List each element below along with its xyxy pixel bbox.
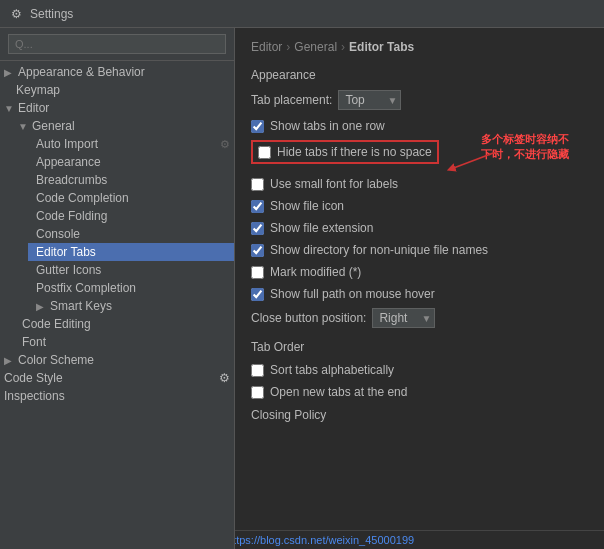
hide-tabs-text: Hide tabs if there is no space — [277, 145, 432, 159]
sidebar-item-appearance[interactable]: Appearance — [28, 153, 234, 171]
show-tabs-one-row-label[interactable]: Show tabs in one row — [251, 119, 385, 133]
sidebar-tree: ▶ Appearance & Behavior Keymap ▼ Editor … — [0, 61, 234, 407]
sidebar-label: Font — [22, 335, 46, 349]
sidebar-label: Inspections — [4, 389, 65, 403]
open-new-at-end-label[interactable]: Open new tabs at the end — [251, 385, 407, 399]
content-area: Editor › General › Editor Tabs Appearanc… — [235, 28, 604, 549]
sidebar-item-code-editing[interactable]: Code Editing — [14, 315, 234, 333]
breadcrumb-sep-1: › — [286, 40, 290, 54]
show-file-icon-text: Show file icon — [270, 199, 344, 213]
tab-order-section: Tab Order Sort tabs alphabetically Open … — [251, 340, 588, 400]
sidebar-item-inspections[interactable]: Inspections — [0, 387, 234, 405]
show-file-ext-label[interactable]: Show file extension — [251, 221, 373, 235]
show-full-path-text: Show full path on mouse hover — [270, 287, 435, 301]
mark-modified-row: Mark modified (*) — [251, 264, 588, 280]
sidebar-item-font[interactable]: Font — [14, 333, 234, 351]
sort-alphabetically-label[interactable]: Sort tabs alphabetically — [251, 363, 394, 377]
show-directory-row: Show directory for non-unique file names — [251, 242, 588, 258]
sidebar-item-keymap[interactable]: Keymap — [0, 81, 234, 99]
sidebar-label: Code Style — [4, 371, 63, 385]
sidebar-item-code-style[interactable]: Code Style ⚙ — [0, 369, 234, 387]
sort-alphabetically-checkbox[interactable] — [251, 364, 264, 377]
show-file-ext-text: Show file extension — [270, 221, 373, 235]
sidebar-label: Appearance — [36, 155, 101, 169]
arrow-icon: ▶ — [4, 67, 16, 78]
sidebar-item-appearance-behavior[interactable]: ▶ Appearance & Behavior — [0, 63, 234, 81]
search-box — [0, 28, 234, 61]
close-button-dropdown-wrapper: Right Left Hidden ▼ — [372, 308, 435, 328]
sidebar-label: Postfix Completion — [36, 281, 136, 295]
hide-tabs-checkbox[interactable] — [258, 146, 271, 159]
svg-line-0 — [451, 152, 496, 169]
url-bar: https://blog.csdn.net/weixin_45000199 — [235, 530, 604, 549]
sort-alphabetically-row: Sort tabs alphabetically — [251, 362, 588, 378]
show-directory-text: Show directory for non-unique file names — [270, 243, 488, 257]
show-directory-label[interactable]: Show directory for non-unique file names — [251, 243, 488, 257]
title-bar: ⚙ Settings — [0, 0, 604, 28]
show-tabs-one-row-checkbox[interactable] — [251, 120, 264, 133]
show-file-ext-row: Show file extension — [251, 220, 588, 236]
sidebar-label: Appearance & Behavior — [18, 65, 145, 79]
breadcrumb-general: General — [294, 40, 337, 54]
show-file-icon-checkbox[interactable] — [251, 200, 264, 213]
sidebar-item-smart-keys[interactable]: ▶ Smart Keys — [28, 297, 234, 315]
arrow-icon: ▶ — [36, 301, 48, 312]
gear-icon: ⚙ — [219, 371, 230, 385]
sidebar-item-postfix-completion[interactable]: Postfix Completion — [28, 279, 234, 297]
show-full-path-row: Show full path on mouse hover — [251, 286, 588, 302]
sidebar-label: Smart Keys — [50, 299, 112, 313]
show-directory-checkbox[interactable] — [251, 244, 264, 257]
sidebar-item-auto-import[interactable]: Auto Import ⚙ — [28, 135, 234, 153]
sidebar: ▶ Appearance & Behavior Keymap ▼ Editor … — [0, 28, 235, 549]
tab-placement-row: Tab placement: Top Bottom Left Right Non… — [251, 90, 588, 110]
sidebar-label: Breadcrumbs — [36, 173, 107, 187]
tab-placement-select[interactable]: Top Bottom Left Right None — [338, 90, 401, 110]
show-tabs-one-row-row: Show tabs in one row — [251, 118, 588, 134]
small-font-text: Use small font for labels — [270, 177, 398, 191]
sidebar-label: Keymap — [16, 83, 60, 97]
show-file-icon-label[interactable]: Show file icon — [251, 199, 344, 213]
mark-modified-label[interactable]: Mark modified (*) — [251, 265, 361, 279]
close-button-label: Close button position: — [251, 311, 366, 325]
small-font-row: Use small font for labels — [251, 176, 588, 192]
sidebar-item-code-completion[interactable]: Code Completion — [28, 189, 234, 207]
sidebar-label: General — [32, 119, 75, 133]
mark-modified-checkbox[interactable] — [251, 266, 264, 279]
sidebar-label: Gutter Icons — [36, 263, 101, 277]
main-container: ▶ Appearance & Behavior Keymap ▼ Editor … — [0, 28, 604, 549]
open-new-at-end-row: Open new tabs at the end — [251, 384, 588, 400]
tab-placement-label: Tab placement: — [251, 93, 332, 107]
close-button-row: Close button position: Right Left Hidden… — [251, 308, 588, 328]
show-full-path-checkbox[interactable] — [251, 288, 264, 301]
breadcrumb-editor-tabs: Editor Tabs — [349, 40, 414, 54]
breadcrumb-sep-2: › — [341, 40, 345, 54]
arrow-icon: ▶ — [4, 355, 16, 366]
sidebar-item-code-folding[interactable]: Code Folding — [28, 207, 234, 225]
sidebar-item-general[interactable]: ▼ General — [14, 117, 234, 135]
show-tabs-one-row-text: Show tabs in one row — [270, 119, 385, 133]
sidebar-item-editor[interactable]: ▼ Editor — [0, 99, 234, 117]
sidebar-label: Auto Import — [36, 137, 98, 151]
title-bar-text: Settings — [30, 7, 73, 21]
open-new-at-end-checkbox[interactable] — [251, 386, 264, 399]
search-input[interactable] — [8, 34, 226, 54]
sidebar-item-gutter-icons[interactable]: Gutter Icons — [28, 261, 234, 279]
show-file-ext-checkbox[interactable] — [251, 222, 264, 235]
sidebar-item-console[interactable]: Console — [28, 225, 234, 243]
tab-placement-dropdown-wrapper: Top Bottom Left Right None ▼ — [338, 90, 401, 110]
small-font-checkbox[interactable] — [251, 178, 264, 191]
gear-icon: ⚙ — [220, 138, 230, 151]
close-button-select[interactable]: Right Left Hidden — [372, 308, 435, 328]
settings-icon: ⚙ — [8, 6, 24, 22]
sidebar-item-color-scheme[interactable]: ▶ Color Scheme — [0, 351, 234, 369]
breadcrumb: Editor › General › Editor Tabs — [251, 40, 588, 54]
small-font-label[interactable]: Use small font for labels — [251, 177, 398, 191]
sidebar-item-editor-tabs[interactable]: Editor Tabs — [28, 243, 234, 261]
open-new-at-end-text: Open new tabs at the end — [270, 385, 407, 399]
arrow-icon: ▼ — [18, 121, 30, 132]
sort-alphabetically-text: Sort tabs alphabetically — [270, 363, 394, 377]
sidebar-item-breadcrumbs[interactable]: Breadcrumbs — [28, 171, 234, 189]
mark-modified-text: Mark modified (*) — [270, 265, 361, 279]
show-full-path-label[interactable]: Show full path on mouse hover — [251, 287, 435, 301]
url-text: https://blog.csdn.net/weixin_45000199 — [235, 534, 414, 546]
